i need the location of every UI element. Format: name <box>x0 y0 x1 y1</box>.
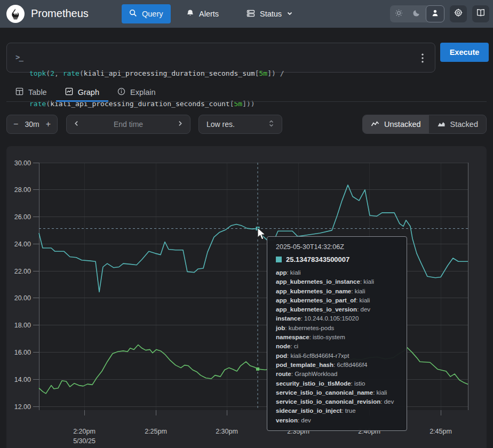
svg-text:20.00: 20.00 <box>14 294 31 302</box>
tooltip-labels: app: kialiapp_kubernetes_io_instance: ki… <box>276 268 398 425</box>
tooltip-value: 25.13478343500007 <box>286 255 349 263</box>
unstacked-button[interactable]: Unstacked <box>363 115 429 133</box>
series-tooltip: 2025-05-30T14:32:06Z 25.13478343500007 a… <box>267 236 407 431</box>
graph-panel: 30.0028.0026.0024.0022.0020.0018.0016.00… <box>6 146 487 448</box>
svg-text:2:30pm: 2:30pm <box>216 428 238 435</box>
svg-text:2:45pm: 2:45pm <box>430 428 452 435</box>
theme-dark-button[interactable] <box>408 5 425 22</box>
tab-table[interactable]: Table <box>6 83 56 101</box>
graph-controls: − 30m + End time Low res. Unstacked Stac… <box>6 115 487 134</box>
svg-text:2:20pm: 2:20pm <box>73 428 96 435</box>
nav-query-button[interactable]: Query <box>122 4 171 23</box>
theme-light-button[interactable] <box>390 5 408 22</box>
prometheus-logo-icon <box>6 5 25 23</box>
stacking-toggle: Unstacked Stacked <box>362 115 487 134</box>
svg-text:2:25pm: 2:25pm <box>145 428 167 435</box>
sun-icon <box>395 9 403 19</box>
svg-text:28.00: 28.00 <box>14 186 31 194</box>
range-stepper: − 30m + <box>6 115 58 134</box>
line-chart-icon <box>371 120 379 129</box>
theme-auto-button[interactable] <box>426 5 444 22</box>
stacked-button[interactable]: Stacked <box>429 115 486 133</box>
series-color-swatch <box>276 257 282 262</box>
end-time-placeholder: End time <box>114 120 143 129</box>
range-increase-button[interactable]: + <box>46 119 51 129</box>
query-options-menu[interactable] <box>418 52 427 64</box>
person-icon <box>431 9 439 19</box>
svg-text:30.00: 30.00 <box>14 159 31 167</box>
area-chart-icon <box>437 120 446 129</box>
svg-text:12.00: 12.00 <box>14 403 31 411</box>
settings-button[interactable] <box>450 5 467 22</box>
theme-switcher <box>390 5 444 22</box>
search-icon <box>129 9 137 19</box>
nav-alerts-button[interactable]: Alerts <box>179 4 226 23</box>
select-chevrons-icon <box>268 119 274 129</box>
result-tabs: Table Graph Explain <box>6 83 487 102</box>
svg-text:18.00: 18.00 <box>14 322 31 329</box>
time-series-chart[interactable]: 30.0028.0026.0024.0022.0020.0018.0016.00… <box>6 146 487 448</box>
range-value[interactable]: 30m <box>25 120 39 129</box>
prompt-icon: >_ <box>15 53 22 61</box>
tooltip-value-row: 25.13478343500007 <box>276 255 398 263</box>
tooltip-timestamp: 2025-05-30T14:32:06Z <box>276 243 398 251</box>
moon-icon <box>412 9 420 19</box>
execute-button[interactable]: Execute <box>440 43 489 62</box>
end-time-input[interactable]: End time <box>66 115 190 134</box>
mouse-cursor <box>257 227 268 241</box>
time-forward-icon[interactable] <box>177 120 184 129</box>
gear-icon <box>454 8 463 20</box>
svg-text:14.00: 14.00 <box>14 376 31 383</box>
svg-text:16.00: 16.00 <box>14 349 31 356</box>
chevron-down-icon <box>287 10 293 18</box>
info-circle-icon <box>117 87 125 97</box>
nav-status-menu[interactable]: Status <box>239 4 300 23</box>
svg-text:5/30/25: 5/30/25 <box>73 437 96 445</box>
navbar: Prometheus Query Alerts Status <box>0 0 493 28</box>
bell-icon <box>186 9 194 19</box>
tab-graph[interactable]: Graph <box>56 83 108 101</box>
server-icon <box>246 9 255 19</box>
svg-text:26.00: 26.00 <box>14 213 31 221</box>
svg-text:24.00: 24.00 <box>14 241 31 248</box>
resolution-select[interactable]: Low res. <box>198 115 282 134</box>
tab-explain[interactable]: Explain <box>108 83 165 101</box>
graph-icon <box>65 87 73 97</box>
docs-button[interactable] <box>472 5 489 22</box>
range-decrease-button[interactable]: − <box>13 119 18 129</box>
promql-input[interactable]: >_ topk(2, rate(kiali_api_processing_dur… <box>6 43 435 73</box>
table-icon <box>15 87 23 97</box>
svg-text:22.00: 22.00 <box>14 268 31 275</box>
app-title: Prometheus <box>31 7 89 20</box>
time-back-icon[interactable] <box>73 120 80 129</box>
book-icon <box>476 8 486 20</box>
